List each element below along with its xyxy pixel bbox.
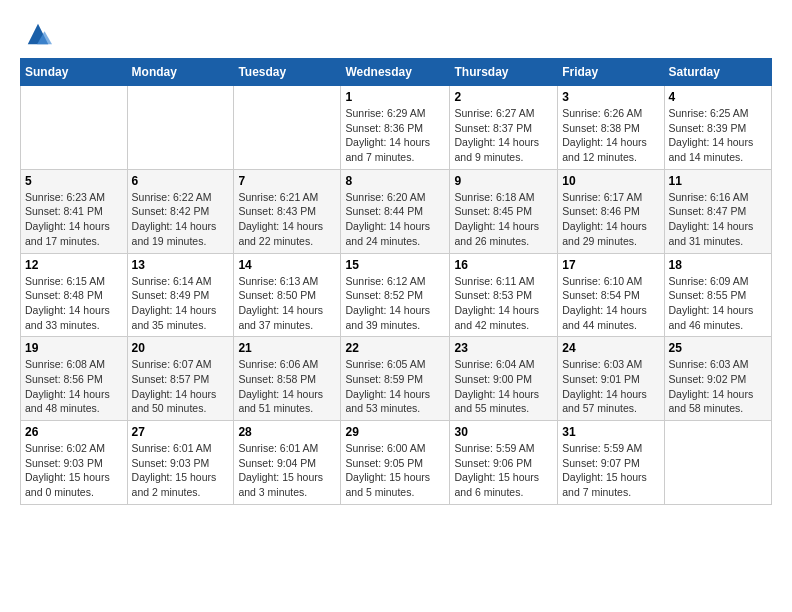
calendar-cell: 27Sunrise: 6:01 AM Sunset: 9:03 PM Dayli…	[127, 421, 234, 505]
calendar-cell: 28Sunrise: 6:01 AM Sunset: 9:04 PM Dayli…	[234, 421, 341, 505]
calendar-cell: 5Sunrise: 6:23 AM Sunset: 8:41 PM Daylig…	[21, 169, 128, 253]
day-number: 8	[345, 174, 445, 188]
day-number: 11	[669, 174, 767, 188]
calendar-cell: 7Sunrise: 6:21 AM Sunset: 8:43 PM Daylig…	[234, 169, 341, 253]
calendar-cell: 3Sunrise: 6:26 AM Sunset: 8:38 PM Daylig…	[558, 86, 664, 170]
day-number: 5	[25, 174, 123, 188]
day-number: 10	[562, 174, 659, 188]
calendar-cell: 14Sunrise: 6:13 AM Sunset: 8:50 PM Dayli…	[234, 253, 341, 337]
calendar-cell	[127, 86, 234, 170]
calendar-week-row: 5Sunrise: 6:23 AM Sunset: 8:41 PM Daylig…	[21, 169, 772, 253]
day-number: 6	[132, 174, 230, 188]
day-number: 9	[454, 174, 553, 188]
calendar-cell: 21Sunrise: 6:06 AM Sunset: 8:58 PM Dayli…	[234, 337, 341, 421]
day-number: 31	[562, 425, 659, 439]
logo	[20, 20, 52, 48]
calendar-cell: 22Sunrise: 6:05 AM Sunset: 8:59 PM Dayli…	[341, 337, 450, 421]
day-number: 16	[454, 258, 553, 272]
day-number: 2	[454, 90, 553, 104]
day-number: 17	[562, 258, 659, 272]
calendar-cell: 13Sunrise: 6:14 AM Sunset: 8:49 PM Dayli…	[127, 253, 234, 337]
calendar-cell: 12Sunrise: 6:15 AM Sunset: 8:48 PM Dayli…	[21, 253, 128, 337]
day-info: Sunrise: 6:26 AM Sunset: 8:38 PM Dayligh…	[562, 106, 659, 165]
day-number: 28	[238, 425, 336, 439]
calendar-cell: 30Sunrise: 5:59 AM Sunset: 9:06 PM Dayli…	[450, 421, 558, 505]
calendar-cell: 9Sunrise: 6:18 AM Sunset: 8:45 PM Daylig…	[450, 169, 558, 253]
header-monday: Monday	[127, 59, 234, 86]
calendar-cell: 20Sunrise: 6:07 AM Sunset: 8:57 PM Dayli…	[127, 337, 234, 421]
calendar-cell: 6Sunrise: 6:22 AM Sunset: 8:42 PM Daylig…	[127, 169, 234, 253]
header-sunday: Sunday	[21, 59, 128, 86]
calendar-cell: 4Sunrise: 6:25 AM Sunset: 8:39 PM Daylig…	[664, 86, 771, 170]
calendar-week-row: 26Sunrise: 6:02 AM Sunset: 9:03 PM Dayli…	[21, 421, 772, 505]
day-number: 27	[132, 425, 230, 439]
calendar-header-row: Sunday Monday Tuesday Wednesday Thursday…	[21, 59, 772, 86]
day-info: Sunrise: 6:00 AM Sunset: 9:05 PM Dayligh…	[345, 441, 445, 500]
day-number: 25	[669, 341, 767, 355]
calendar-cell: 29Sunrise: 6:00 AM Sunset: 9:05 PM Dayli…	[341, 421, 450, 505]
day-info: Sunrise: 6:12 AM Sunset: 8:52 PM Dayligh…	[345, 274, 445, 333]
day-number: 12	[25, 258, 123, 272]
calendar-cell: 8Sunrise: 6:20 AM Sunset: 8:44 PM Daylig…	[341, 169, 450, 253]
day-info: Sunrise: 6:07 AM Sunset: 8:57 PM Dayligh…	[132, 357, 230, 416]
calendar-cell	[664, 421, 771, 505]
day-number: 20	[132, 341, 230, 355]
calendar-week-row: 1Sunrise: 6:29 AM Sunset: 8:36 PM Daylig…	[21, 86, 772, 170]
calendar-week-row: 12Sunrise: 6:15 AM Sunset: 8:48 PM Dayli…	[21, 253, 772, 337]
day-info: Sunrise: 6:23 AM Sunset: 8:41 PM Dayligh…	[25, 190, 123, 249]
day-number: 14	[238, 258, 336, 272]
day-number: 22	[345, 341, 445, 355]
header-wednesday: Wednesday	[341, 59, 450, 86]
calendar-cell: 31Sunrise: 5:59 AM Sunset: 9:07 PM Dayli…	[558, 421, 664, 505]
day-info: Sunrise: 6:16 AM Sunset: 8:47 PM Dayligh…	[669, 190, 767, 249]
day-info: Sunrise: 6:25 AM Sunset: 8:39 PM Dayligh…	[669, 106, 767, 165]
day-number: 26	[25, 425, 123, 439]
day-info: Sunrise: 6:14 AM Sunset: 8:49 PM Dayligh…	[132, 274, 230, 333]
day-number: 30	[454, 425, 553, 439]
header-saturday: Saturday	[664, 59, 771, 86]
day-info: Sunrise: 6:18 AM Sunset: 8:45 PM Dayligh…	[454, 190, 553, 249]
day-number: 15	[345, 258, 445, 272]
day-info: Sunrise: 6:03 AM Sunset: 9:02 PM Dayligh…	[669, 357, 767, 416]
day-info: Sunrise: 6:03 AM Sunset: 9:01 PM Dayligh…	[562, 357, 659, 416]
day-number: 29	[345, 425, 445, 439]
day-info: Sunrise: 6:08 AM Sunset: 8:56 PM Dayligh…	[25, 357, 123, 416]
calendar-cell: 15Sunrise: 6:12 AM Sunset: 8:52 PM Dayli…	[341, 253, 450, 337]
day-info: Sunrise: 6:20 AM Sunset: 8:44 PM Dayligh…	[345, 190, 445, 249]
calendar-cell: 1Sunrise: 6:29 AM Sunset: 8:36 PM Daylig…	[341, 86, 450, 170]
day-number: 1	[345, 90, 445, 104]
calendar-cell: 18Sunrise: 6:09 AM Sunset: 8:55 PM Dayli…	[664, 253, 771, 337]
calendar-cell: 10Sunrise: 6:17 AM Sunset: 8:46 PM Dayli…	[558, 169, 664, 253]
day-info: Sunrise: 6:04 AM Sunset: 9:00 PM Dayligh…	[454, 357, 553, 416]
calendar-cell: 24Sunrise: 6:03 AM Sunset: 9:01 PM Dayli…	[558, 337, 664, 421]
day-info: Sunrise: 6:10 AM Sunset: 8:54 PM Dayligh…	[562, 274, 659, 333]
day-info: Sunrise: 5:59 AM Sunset: 9:06 PM Dayligh…	[454, 441, 553, 500]
calendar-cell: 26Sunrise: 6:02 AM Sunset: 9:03 PM Dayli…	[21, 421, 128, 505]
calendar-cell: 19Sunrise: 6:08 AM Sunset: 8:56 PM Dayli…	[21, 337, 128, 421]
day-number: 23	[454, 341, 553, 355]
page-header	[20, 20, 772, 48]
day-number: 3	[562, 90, 659, 104]
day-info: Sunrise: 6:13 AM Sunset: 8:50 PM Dayligh…	[238, 274, 336, 333]
day-info: Sunrise: 6:02 AM Sunset: 9:03 PM Dayligh…	[25, 441, 123, 500]
header-tuesday: Tuesday	[234, 59, 341, 86]
day-info: Sunrise: 6:05 AM Sunset: 8:59 PM Dayligh…	[345, 357, 445, 416]
day-number: 7	[238, 174, 336, 188]
calendar-cell: 23Sunrise: 6:04 AM Sunset: 9:00 PM Dayli…	[450, 337, 558, 421]
header-thursday: Thursday	[450, 59, 558, 86]
day-info: Sunrise: 6:17 AM Sunset: 8:46 PM Dayligh…	[562, 190, 659, 249]
header-friday: Friday	[558, 59, 664, 86]
calendar-cell: 11Sunrise: 6:16 AM Sunset: 8:47 PM Dayli…	[664, 169, 771, 253]
day-info: Sunrise: 6:06 AM Sunset: 8:58 PM Dayligh…	[238, 357, 336, 416]
calendar-cell: 16Sunrise: 6:11 AM Sunset: 8:53 PM Dayli…	[450, 253, 558, 337]
calendar-cell: 2Sunrise: 6:27 AM Sunset: 8:37 PM Daylig…	[450, 86, 558, 170]
day-info: Sunrise: 6:09 AM Sunset: 8:55 PM Dayligh…	[669, 274, 767, 333]
day-number: 18	[669, 258, 767, 272]
day-number: 4	[669, 90, 767, 104]
calendar-cell: 25Sunrise: 6:03 AM Sunset: 9:02 PM Dayli…	[664, 337, 771, 421]
day-info: Sunrise: 6:11 AM Sunset: 8:53 PM Dayligh…	[454, 274, 553, 333]
day-info: Sunrise: 5:59 AM Sunset: 9:07 PM Dayligh…	[562, 441, 659, 500]
day-number: 13	[132, 258, 230, 272]
day-number: 19	[25, 341, 123, 355]
day-info: Sunrise: 6:27 AM Sunset: 8:37 PM Dayligh…	[454, 106, 553, 165]
